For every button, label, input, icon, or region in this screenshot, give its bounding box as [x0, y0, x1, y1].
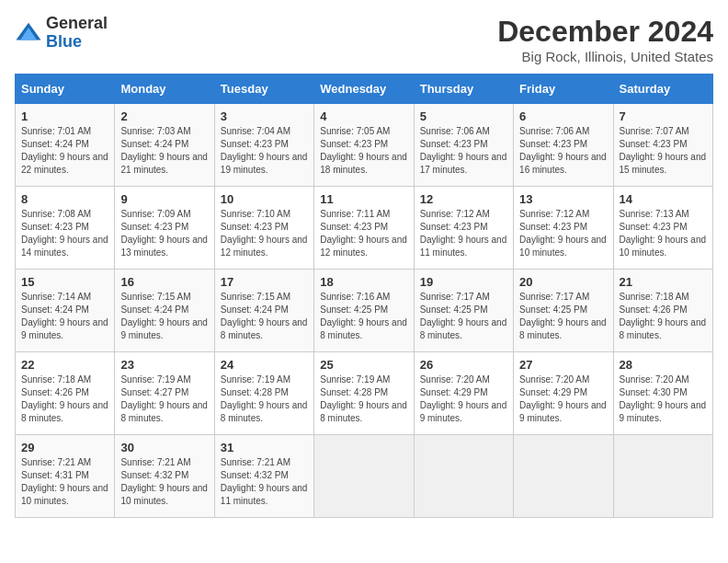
day-number: 17	[221, 275, 308, 289]
day-number: 10	[221, 192, 308, 206]
day-number: 16	[120, 275, 208, 289]
day-detail: Sunrise: 7:06 AMSunset: 4:23 PMDaylight:…	[420, 126, 507, 175]
calendar-cell: 15 Sunrise: 7:14 AMSunset: 4:24 PMDaylig…	[16, 270, 115, 352]
day-number: 26	[420, 358, 507, 372]
day-number: 1	[21, 109, 108, 123]
calendar-cell: 30 Sunrise: 7:21 AMSunset: 4:32 PMDaylig…	[115, 435, 214, 518]
day-number: 6	[519, 109, 607, 123]
calendar-cell: 16 Sunrise: 7:15 AMSunset: 4:24 PMDaylig…	[115, 270, 214, 352]
header-row: SundayMondayTuesdayWednesdayThursdayFrid…	[16, 75, 713, 104]
day-number: 28	[620, 358, 707, 372]
day-detail: Sunrise: 7:21 AMSunset: 4:32 PMDaylight:…	[221, 457, 308, 506]
day-detail: Sunrise: 7:15 AMSunset: 4:24 PMDaylight:…	[120, 292, 208, 340]
day-number: 18	[320, 275, 407, 289]
day-number: 9	[120, 192, 208, 206]
title-section: December 2024 Big Rock, Illinois, United…	[497, 15, 713, 64]
day-number: 4	[320, 109, 407, 123]
day-detail: Sunrise: 7:20 AMSunset: 4:29 PMDaylight:…	[519, 374, 607, 423]
day-detail: Sunrise: 7:19 AMSunset: 4:28 PMDaylight:…	[320, 374, 407, 423]
day-detail: Sunrise: 7:13 AMSunset: 4:23 PMDaylight:…	[620, 209, 707, 258]
day-number: 15	[21, 275, 108, 289]
day-number: 2	[120, 109, 208, 123]
week-row-5: 29 Sunrise: 7:21 AMSunset: 4:31 PMDaylig…	[16, 435, 713, 518]
calendar-cell: 2 Sunrise: 7:03 AMSunset: 4:24 PMDayligh…	[115, 104, 214, 187]
logo-general-text: General	[46, 15, 108, 33]
day-detail: Sunrise: 7:03 AMSunset: 4:24 PMDaylight:…	[120, 126, 208, 175]
calendar-cell: 23 Sunrise: 7:19 AMSunset: 4:27 PMDaylig…	[115, 352, 214, 435]
day-detail: Sunrise: 7:07 AMSunset: 4:23 PMDaylight:…	[620, 126, 707, 175]
calendar-cell: 27 Sunrise: 7:20 AMSunset: 4:29 PMDaylig…	[514, 352, 613, 435]
calendar-cell: 7 Sunrise: 7:07 AMSunset: 4:23 PMDayligh…	[613, 104, 712, 187]
day-number: 29	[21, 441, 108, 454]
day-detail: Sunrise: 7:08 AMSunset: 4:23 PMDaylight:…	[21, 209, 108, 258]
day-detail: Sunrise: 7:04 AMSunset: 4:23 PMDaylight:…	[221, 126, 308, 175]
day-detail: Sunrise: 7:09 AMSunset: 4:23 PMDaylight:…	[120, 209, 208, 258]
subtitle: Big Rock, Illinois, United States	[497, 49, 713, 64]
calendar-cell: 22 Sunrise: 7:18 AMSunset: 4:26 PMDaylig…	[16, 352, 115, 435]
main-title: December 2024	[497, 15, 713, 49]
calendar-cell: 8 Sunrise: 7:08 AMSunset: 4:23 PMDayligh…	[16, 187, 115, 270]
header-tuesday: Tuesday	[214, 75, 313, 104]
logo-text: General Blue	[46, 15, 108, 52]
day-detail: Sunrise: 7:05 AMSunset: 4:23 PMDaylight:…	[320, 126, 407, 175]
calendar-cell: 25 Sunrise: 7:19 AMSunset: 4:28 PMDaylig…	[314, 352, 414, 435]
calendar-cell: 24 Sunrise: 7:19 AMSunset: 4:28 PMDaylig…	[214, 352, 313, 435]
calendar-cell: 26 Sunrise: 7:20 AMSunset: 4:29 PMDaylig…	[414, 352, 513, 435]
day-number: 21	[620, 275, 707, 289]
day-detail: Sunrise: 7:16 AMSunset: 4:25 PMDaylight:…	[320, 292, 407, 340]
day-number: 22	[21, 358, 108, 372]
day-number: 3	[221, 109, 308, 123]
calendar-cell: 13 Sunrise: 7:12 AMSunset: 4:23 PMDaylig…	[514, 187, 613, 270]
week-row-2: 8 Sunrise: 7:08 AMSunset: 4:23 PMDayligh…	[16, 187, 713, 270]
day-detail: Sunrise: 7:19 AMSunset: 4:27 PMDaylight:…	[120, 374, 208, 423]
day-number: 27	[519, 358, 607, 372]
day-detail: Sunrise: 7:15 AMSunset: 4:24 PMDaylight:…	[221, 292, 308, 340]
calendar-cell: 18 Sunrise: 7:16 AMSunset: 4:25 PMDaylig…	[314, 270, 414, 352]
calendar-cell: 17 Sunrise: 7:15 AMSunset: 4:24 PMDaylig…	[214, 270, 313, 352]
day-detail: Sunrise: 7:20 AMSunset: 4:29 PMDaylight:…	[420, 374, 507, 423]
logo-blue-text: Blue	[46, 33, 108, 52]
calendar-cell	[314, 435, 414, 518]
calendar-cell: 29 Sunrise: 7:21 AMSunset: 4:31 PMDaylig…	[16, 435, 115, 518]
day-number: 20	[519, 275, 607, 289]
calendar-cell: 6 Sunrise: 7:06 AMSunset: 4:23 PMDayligh…	[514, 104, 613, 187]
calendar-cell: 20 Sunrise: 7:17 AMSunset: 4:25 PMDaylig…	[514, 270, 613, 352]
day-number: 8	[21, 192, 108, 206]
day-number: 12	[420, 192, 507, 206]
day-number: 31	[221, 441, 308, 454]
day-detail: Sunrise: 7:18 AMSunset: 4:26 PMDaylight:…	[21, 374, 108, 423]
calendar-cell: 5 Sunrise: 7:06 AMSunset: 4:23 PMDayligh…	[414, 104, 513, 187]
calendar-cell: 31 Sunrise: 7:21 AMSunset: 4:32 PMDaylig…	[214, 435, 313, 518]
day-detail: Sunrise: 7:10 AMSunset: 4:23 PMDaylight:…	[221, 209, 308, 258]
day-number: 30	[120, 441, 208, 454]
day-detail: Sunrise: 7:20 AMSunset: 4:30 PMDaylight:…	[620, 374, 707, 423]
day-detail: Sunrise: 7:17 AMSunset: 4:25 PMDaylight:…	[420, 292, 507, 340]
calendar-cell	[514, 435, 613, 518]
header-sunday: Sunday	[16, 75, 115, 104]
day-detail: Sunrise: 7:21 AMSunset: 4:31 PMDaylight:…	[21, 457, 108, 506]
day-detail: Sunrise: 7:14 AMSunset: 4:24 PMDaylight:…	[21, 292, 108, 340]
header-thursday: Thursday	[414, 75, 513, 104]
header-friday: Friday	[514, 75, 613, 104]
calendar-cell: 11 Sunrise: 7:11 AMSunset: 4:23 PMDaylig…	[314, 187, 414, 270]
calendar-cell: 4 Sunrise: 7:05 AMSunset: 4:23 PMDayligh…	[314, 104, 414, 187]
day-number: 23	[120, 358, 208, 372]
day-number: 25	[320, 358, 407, 372]
day-detail: Sunrise: 7:06 AMSunset: 4:23 PMDaylight:…	[519, 126, 607, 175]
day-number: 19	[420, 275, 507, 289]
header-saturday: Saturday	[613, 75, 712, 104]
day-detail: Sunrise: 7:12 AMSunset: 4:23 PMDaylight:…	[420, 209, 507, 258]
calendar-cell: 10 Sunrise: 7:10 AMSunset: 4:23 PMDaylig…	[214, 187, 313, 270]
logo: General Blue	[15, 15, 108, 52]
logo-icon	[15, 19, 42, 47]
week-row-1: 1 Sunrise: 7:01 AMSunset: 4:24 PMDayligh…	[16, 104, 713, 187]
calendar-cell: 28 Sunrise: 7:20 AMSunset: 4:30 PMDaylig…	[613, 352, 712, 435]
week-row-3: 15 Sunrise: 7:14 AMSunset: 4:24 PMDaylig…	[16, 270, 713, 352]
day-detail: Sunrise: 7:21 AMSunset: 4:32 PMDaylight:…	[120, 457, 208, 506]
day-detail: Sunrise: 7:18 AMSunset: 4:26 PMDaylight:…	[620, 292, 707, 340]
week-row-4: 22 Sunrise: 7:18 AMSunset: 4:26 PMDaylig…	[16, 352, 713, 435]
day-detail: Sunrise: 7:01 AMSunset: 4:24 PMDaylight:…	[21, 126, 108, 175]
calendar-cell: 21 Sunrise: 7:18 AMSunset: 4:26 PMDaylig…	[613, 270, 712, 352]
day-number: 5	[420, 109, 507, 123]
day-number: 7	[620, 109, 707, 123]
